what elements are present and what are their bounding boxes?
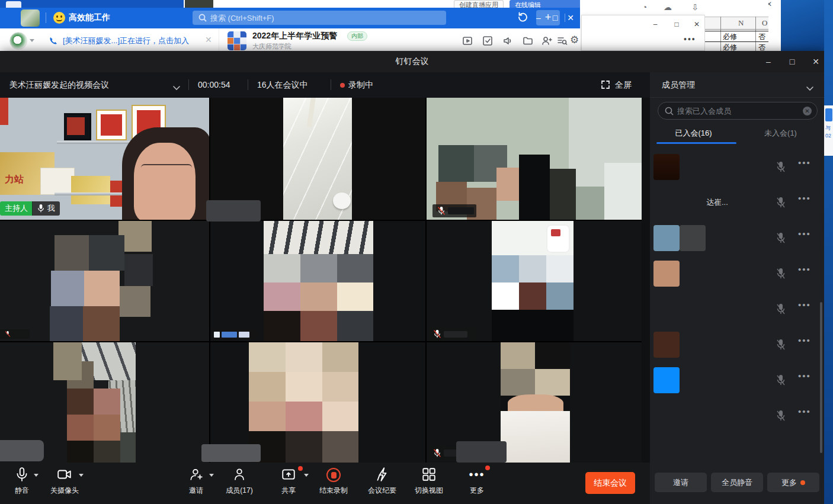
mute-button[interactable]: 静音 <box>1 467 43 496</box>
video-tile[interactable] <box>427 98 642 220</box>
popup-more-icon[interactable]: ••• <box>684 34 696 44</box>
organization-logo[interactable] <box>9 32 27 50</box>
popup-close-icon[interactable]: ✕ <box>691 20 703 28</box>
sheet-gridline <box>705 31 768 31</box>
video-tile-host[interactable]: 力站 主持人 我 <box>0 98 209 220</box>
more-options-icon[interactable]: ••• <box>798 193 811 203</box>
more-options-icon[interactable]: ••• <box>798 158 811 168</box>
member-row[interactable]: ••• <box>650 327 824 362</box>
close-icon[interactable]: ✕ <box>563 10 578 25</box>
todo-check-icon[interactable] <box>481 35 494 47</box>
minimize-icon[interactable]: – <box>531 10 546 25</box>
member-row[interactable]: ••• <box>650 398 824 434</box>
video-tile[interactable] <box>427 221 642 341</box>
censored-name <box>222 332 237 338</box>
fullscreen-label[interactable]: 全屏 <box>615 80 632 91</box>
panel-scrollbar[interactable] <box>820 302 822 453</box>
member-row[interactable]: ••• <box>650 256 824 291</box>
members-button[interactable]: 成员(17) <box>218 467 261 496</box>
panel-mute-all-button[interactable]: 全员静音 <box>711 473 763 492</box>
video-tile[interactable] <box>427 342 642 463</box>
tab-not-joined[interactable]: 未入会(1) <box>737 128 824 139</box>
internal-badge: 内部 <box>347 31 367 41</box>
popup-maximize-icon[interactable]: □ <box>671 20 683 28</box>
more-options-icon[interactable]: ••• <box>798 406 811 416</box>
chevron-down-icon[interactable] <box>806 83 813 88</box>
sliver-text: 02 <box>825 133 831 139</box>
call-tab-label: [美术汪丽媛发...]正在进行，点击加入 <box>63 36 189 46</box>
doc-tab-subtitle: 大庆师范学院 <box>252 42 291 51</box>
meeting-timer: 00:00:54 <box>198 80 230 89</box>
more-options-icon[interactable]: ••• <box>798 229 811 239</box>
download-icon[interactable]: ⇩ <box>689 2 701 12</box>
panel-invite-button[interactable]: 邀请 <box>655 473 707 492</box>
member-row[interactable]: ••• <box>650 220 824 256</box>
fullscreen-icon[interactable] <box>601 80 610 89</box>
member-row[interactable]: ••• <box>650 362 824 398</box>
tab-joined[interactable]: 已入会(16) <box>650 128 737 139</box>
background-app-logo <box>6 1 21 8</box>
meeting-close-icon[interactable]: ✕ <box>808 54 824 69</box>
active-tab-underline <box>656 142 736 144</box>
video-tile[interactable] <box>210 221 425 341</box>
create-live-app-button[interactable]: 创建直播应用 <box>454 0 504 8</box>
online-edit-button[interactable]: 在线编辑 <box>510 0 580 8</box>
member-search-input[interactable] <box>677 102 802 119</box>
cloud-icon[interactable]: ☁ <box>662 2 674 12</box>
folder-icon[interactable] <box>521 35 534 47</box>
switch-view-button[interactable]: 切换视图 <box>408 467 450 496</box>
meeting-info-bar: 美术汪丽媛发起的视频会议 00:00:54 16人在会议中 录制中 全屏 <box>0 72 650 98</box>
popup-minimize-icon[interactable]: – <box>649 20 661 28</box>
members-panel: 成员管理 ✕ 已入会(16) 未入会(1) ••• 达崔... <box>650 72 824 504</box>
muted-mic-icon <box>776 374 786 386</box>
background-spreadsheet: N O 必修 否 必修 否 <box>705 0 768 51</box>
censored-name <box>444 331 467 338</box>
more-button[interactable]: ••• 更多 <box>456 467 498 496</box>
maximize-icon[interactable]: □ <box>547 10 563 25</box>
more-options-icon[interactable]: ••• <box>798 335 811 345</box>
censor-block <box>201 444 261 462</box>
meeting-minimize-icon[interactable]: – <box>760 54 777 69</box>
history-icon[interactable] <box>517 11 528 25</box>
meeting-minutes-button[interactable]: 会议纪要 <box>361 467 403 496</box>
participants-status: 16人在会议中 <box>257 80 308 91</box>
member-row[interactable]: ••• <box>650 291 824 327</box>
chevron-down-icon[interactable] <box>30 39 34 42</box>
video-player-icon[interactable] <box>461 35 474 47</box>
stop-recording-button[interactable]: 结束录制 <box>312 467 355 496</box>
meeting-maximize-icon[interactable]: □ <box>784 54 800 69</box>
smiley-status-icon[interactable] <box>53 12 65 24</box>
member-search-box[interactable]: ✕ <box>658 102 818 120</box>
more-options-icon[interactable]: ••• <box>798 371 811 381</box>
add-contact-icon[interactable] <box>540 35 553 47</box>
panel-more-button[interactable]: 更多 <box>767 473 819 492</box>
global-search-box[interactable] <box>193 11 446 25</box>
censor-block <box>0 440 44 461</box>
divider <box>331 79 331 90</box>
close-tab-icon[interactable]: ✕ <box>205 35 212 44</box>
clock-icon[interactable]: ◔ <box>639 2 651 12</box>
share-screen-button[interactable]: 共享 <box>267 467 310 496</box>
more-options-icon[interactable]: ••• <box>798 300 811 310</box>
settings-gear-icon[interactable]: ⚙ <box>570 34 583 46</box>
user-avatar[interactable] <box>21 9 40 27</box>
member-row[interactable]: ••• <box>650 149 824 185</box>
clear-search-icon[interactable]: ✕ <box>803 107 812 115</box>
search-list-icon[interactable] <box>556 35 569 47</box>
ongoing-call-tab[interactable]: [美术汪丽媛发...]正在进行，点击加入 ✕ <box>38 28 219 53</box>
workspace-title: 高效能工作 <box>69 12 110 23</box>
camera-off-button[interactable]: 关摄像头 <box>43 467 86 496</box>
muted-mic-icon <box>776 197 786 208</box>
member-row[interactable]: 达崔... ••• <box>650 185 824 220</box>
muted-mic-icon <box>5 330 11 338</box>
invite-button[interactable]: 邀请 <box>175 467 217 496</box>
more-options-icon[interactable]: ••• <box>798 264 811 274</box>
video-tile[interactable] <box>0 221 209 341</box>
speaker-icon[interactable] <box>501 35 514 47</box>
document-tab[interactable]: 2022年上半年学业预警 内部 大庆师范学院 <box>220 28 416 53</box>
chevron-down-icon[interactable] <box>173 83 180 88</box>
global-search-input[interactable] <box>210 11 441 25</box>
end-meeting-button[interactable]: 结束会议 <box>585 472 635 494</box>
mic-on-icon <box>37 204 45 213</box>
sheet-gridline <box>705 41 768 42</box>
